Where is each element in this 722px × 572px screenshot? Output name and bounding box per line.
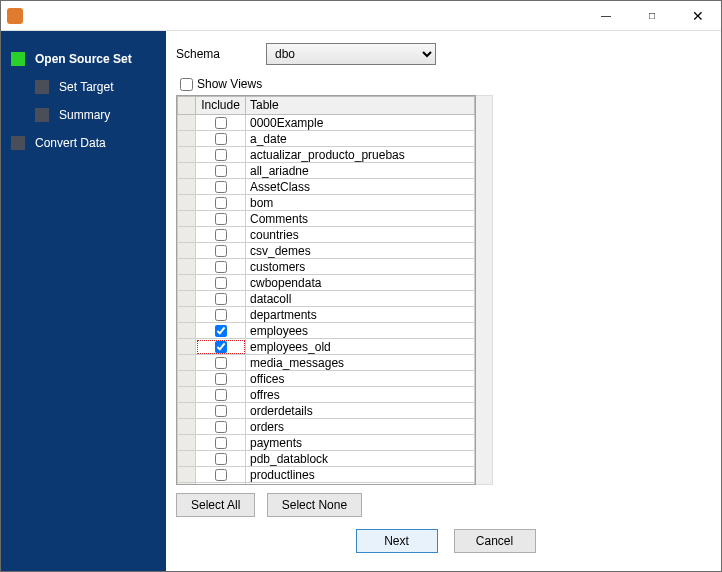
include-checkbox[interactable] [215, 197, 227, 209]
include-cell[interactable] [196, 163, 246, 179]
table-name-cell[interactable]: countries [246, 227, 475, 243]
include-checkbox[interactable] [215, 469, 227, 481]
cancel-button[interactable]: Cancel [454, 529, 536, 553]
include-cell[interactable] [196, 179, 246, 195]
include-checkbox[interactable] [215, 117, 227, 129]
table-row[interactable]: customers [178, 259, 475, 275]
table-row[interactable]: bom [178, 195, 475, 211]
include-cell[interactable] [196, 467, 246, 483]
table-name-cell[interactable]: datacoll [246, 291, 475, 307]
tables-grid[interactable]: Include Table 0000Examplea_dateactualiza… [176, 95, 476, 485]
next-button[interactable]: Next [356, 529, 438, 553]
include-cell[interactable] [196, 323, 246, 339]
table-name-cell[interactable]: all_ariadne [246, 163, 475, 179]
row-header[interactable] [178, 387, 196, 403]
table-row[interactable]: csv_demes [178, 243, 475, 259]
include-checkbox[interactable] [215, 245, 227, 257]
table-name-cell[interactable]: Comments [246, 211, 475, 227]
table-row[interactable]: payments [178, 435, 475, 451]
include-cell[interactable] [196, 451, 246, 467]
table-name-cell[interactable]: a_date [246, 131, 475, 147]
include-checkbox[interactable] [215, 437, 227, 449]
table-name-cell[interactable]: employees_old [246, 339, 475, 355]
table-name-cell[interactable]: departments [246, 307, 475, 323]
table-row[interactable]: employees [178, 323, 475, 339]
include-checkbox[interactable] [215, 485, 227, 486]
include-cell[interactable] [196, 259, 246, 275]
row-header[interactable] [178, 403, 196, 419]
row-header[interactable] [178, 131, 196, 147]
table-row[interactable]: countries [178, 227, 475, 243]
include-cell[interactable] [196, 339, 246, 355]
include-checkbox[interactable] [215, 261, 227, 273]
table-name-cell[interactable]: cwbopendata [246, 275, 475, 291]
table-row[interactable]: AssetClass [178, 179, 475, 195]
table-name-cell[interactable]: productlines [246, 467, 475, 483]
include-cell[interactable] [196, 419, 246, 435]
include-checkbox[interactable] [215, 309, 227, 321]
include-cell[interactable] [196, 403, 246, 419]
table-name-cell[interactable]: actualizar_producto_pruebas [246, 147, 475, 163]
row-header[interactable] [178, 355, 196, 371]
include-checkbox[interactable] [215, 373, 227, 385]
table-name-cell[interactable]: offres [246, 387, 475, 403]
table-name-cell[interactable]: orders [246, 419, 475, 435]
include-cell[interactable] [196, 243, 246, 259]
include-checkbox[interactable] [215, 213, 227, 225]
table-name-cell[interactable]: orderdetails [246, 403, 475, 419]
include-checkbox[interactable] [215, 229, 227, 241]
col-table[interactable]: Table [246, 97, 475, 115]
table-name-cell[interactable]: media_messages [246, 355, 475, 371]
table-row[interactable]: cwbopendata [178, 275, 475, 291]
include-checkbox[interactable] [215, 181, 227, 193]
include-cell[interactable] [196, 483, 246, 486]
schema-select[interactable]: dbo [266, 43, 436, 65]
table-row[interactable]: actualizar_producto_pruebas [178, 147, 475, 163]
include-checkbox[interactable] [215, 453, 227, 465]
maximize-button[interactable]: □ [629, 1, 675, 31]
include-checkbox[interactable] [215, 133, 227, 145]
include-checkbox[interactable] [215, 389, 227, 401]
table-name-cell[interactable]: products [246, 483, 475, 486]
select-none-button[interactable]: Select None [267, 493, 362, 517]
row-header[interactable] [178, 451, 196, 467]
row-header[interactable] [178, 195, 196, 211]
row-header[interactable] [178, 211, 196, 227]
include-checkbox[interactable] [215, 341, 227, 353]
row-header[interactable] [178, 467, 196, 483]
include-checkbox[interactable] [215, 405, 227, 417]
show-views-checkbox[interactable] [180, 78, 193, 91]
include-checkbox[interactable] [215, 421, 227, 433]
table-row[interactable]: pdb_datablock [178, 451, 475, 467]
table-row[interactable]: a_date [178, 131, 475, 147]
table-name-cell[interactable]: 0000Example [246, 115, 475, 131]
table-row[interactable]: all_ariadne [178, 163, 475, 179]
include-checkbox[interactable] [215, 325, 227, 337]
close-button[interactable]: ✕ [675, 1, 721, 31]
row-header[interactable] [178, 227, 196, 243]
table-name-cell[interactable]: AssetClass [246, 179, 475, 195]
include-cell[interactable] [196, 131, 246, 147]
table-name-cell[interactable]: bom [246, 195, 475, 211]
sidebar-step[interactable]: Set Target [1, 73, 166, 101]
row-header[interactable] [178, 435, 196, 451]
scrollbar[interactable] [476, 95, 493, 485]
include-cell[interactable] [196, 355, 246, 371]
table-row[interactable]: 0000Example [178, 115, 475, 131]
sidebar-step[interactable]: Summary [1, 101, 166, 129]
sidebar-step[interactable]: Convert Data [1, 129, 166, 157]
row-header[interactable] [178, 163, 196, 179]
row-header[interactable] [178, 259, 196, 275]
table-row[interactable]: offres [178, 387, 475, 403]
include-cell[interactable] [196, 211, 246, 227]
table-name-cell[interactable]: pdb_datablock [246, 451, 475, 467]
include-checkbox[interactable] [215, 293, 227, 305]
include-cell[interactable] [196, 307, 246, 323]
row-header[interactable] [178, 307, 196, 323]
row-header[interactable] [178, 275, 196, 291]
table-name-cell[interactable]: employees [246, 323, 475, 339]
table-name-cell[interactable]: offices [246, 371, 475, 387]
table-row[interactable]: productlines [178, 467, 475, 483]
row-header[interactable] [178, 147, 196, 163]
sidebar-step[interactable]: Open Source Set [1, 45, 166, 73]
